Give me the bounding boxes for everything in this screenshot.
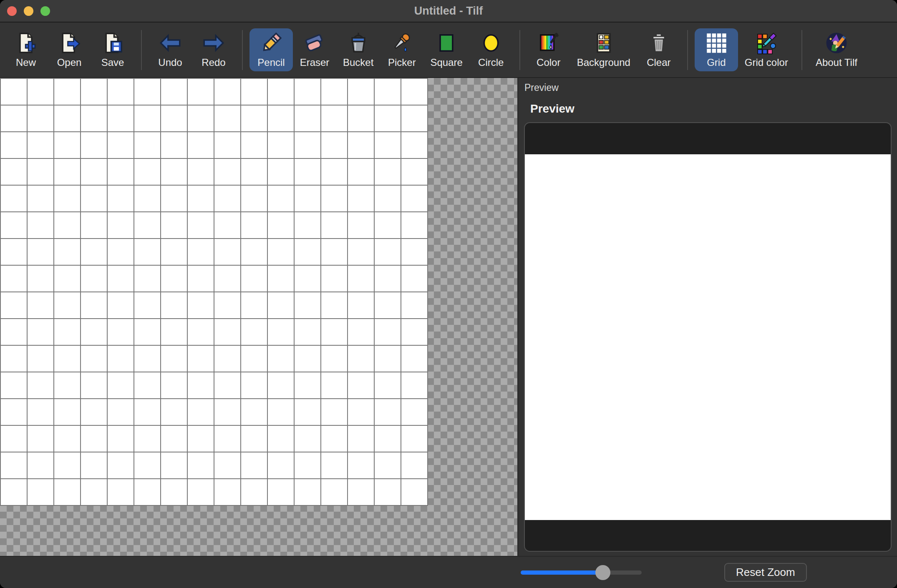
app-window: Untitled - Tilf New — [0, 0, 897, 588]
zoom-slider-handle[interactable] — [595, 565, 610, 580]
tools-group: Pencil Eraser — [249, 28, 513, 71]
save-button-label: Save — [101, 57, 124, 68]
about-tilf-button[interactable]: About Tilf — [809, 28, 864, 71]
toolbar-separator — [141, 30, 142, 70]
background-palette-icon — [592, 31, 615, 55]
title-bar: Untitled - Tilf — [0, 0, 897, 23]
redo-button[interactable]: Redo — [192, 28, 235, 71]
clear-button-label: Clear — [647, 57, 670, 68]
open-button[interactable]: Open — [48, 28, 91, 71]
pencil-tool-label: Pencil — [257, 57, 285, 68]
grid-toggle-label: Grid — [707, 57, 726, 68]
save-icon — [101, 31, 124, 55]
grid-color-icon — [755, 31, 778, 55]
square-icon — [435, 31, 458, 55]
about-group: About Tilf — [809, 28, 864, 71]
bottom-bar: Reset Zoom — [0, 556, 897, 588]
preview-heading: Preview — [530, 102, 897, 116]
color-button[interactable]: Color — [527, 28, 570, 71]
eraser-tool-button[interactable]: Eraser — [293, 28, 336, 71]
toolbar: New Open — [0, 23, 897, 78]
picker-tool-label: Picker — [388, 57, 416, 68]
trash-icon — [647, 31, 670, 55]
pencil-tool-button[interactable]: Pencil — [249, 28, 293, 71]
eraser-tool-label: Eraser — [300, 57, 330, 68]
color-group: Color Background — [527, 28, 680, 71]
circle-tool-button[interactable]: Circle — [469, 28, 513, 71]
undo-button[interactable]: Undo — [149, 28, 192, 71]
picker-tool-button[interactable]: Picker — [380, 28, 423, 71]
file-group: New Open — [4, 28, 134, 71]
about-tilf-icon — [825, 31, 848, 55]
bucket-tool-button[interactable]: Bucket — [336, 28, 380, 71]
eyedropper-icon — [390, 31, 413, 55]
undo-button-label: Undo — [158, 57, 182, 68]
open-button-label: Open — [57, 57, 82, 68]
background-button-label: Background — [577, 57, 630, 68]
clear-button[interactable]: Clear — [637, 28, 680, 71]
about-tilf-label: About Tilf — [816, 57, 857, 68]
new-document-icon — [14, 31, 38, 55]
pencil-icon — [260, 31, 283, 55]
grid-toggle-button[interactable]: Grid — [695, 28, 738, 71]
toolbar-separator — [687, 30, 688, 70]
preview-panel: Preview Preview — [517, 78, 897, 556]
new-button-label: New — [16, 57, 36, 68]
preview-box — [524, 122, 892, 552]
toolbar-separator — [519, 30, 520, 70]
redo-arrow-icon — [202, 31, 225, 55]
bucket-tool-label: Bucket — [343, 57, 373, 68]
color-swatch-icon — [537, 31, 560, 55]
background-button[interactable]: Background — [570, 28, 637, 71]
toolbar-separator — [242, 30, 243, 70]
eraser-icon — [303, 31, 326, 55]
save-button[interactable]: Save — [91, 28, 134, 71]
window-title: Untitled - Tilf — [0, 5, 897, 18]
grid-color-label: Grid color — [745, 57, 788, 68]
undo-arrow-icon — [159, 31, 182, 55]
open-document-icon — [58, 31, 81, 55]
reset-zoom-button[interactable]: Reset Zoom — [724, 563, 807, 582]
grid-icon — [705, 31, 728, 55]
redo-button-label: Redo — [202, 57, 225, 68]
circle-tool-label: Circle — [478, 57, 504, 68]
zoom-slider-fill — [521, 570, 603, 575]
grid-group: Grid — [695, 28, 795, 71]
color-button-label: Color — [537, 57, 560, 68]
square-tool-button[interactable]: Square — [423, 28, 469, 71]
bucket-icon — [347, 31, 370, 55]
zoom-slider[interactable] — [521, 565, 642, 580]
new-button[interactable]: New — [4, 28, 48, 71]
preview-dock-title: Preview — [519, 78, 897, 97]
history-group: Undo Redo — [149, 28, 235, 71]
main-area: Preview Preview — [0, 78, 897, 556]
canvas-viewport[interactable] — [0, 78, 517, 556]
circle-icon — [479, 31, 503, 55]
grid-color-button[interactable]: Grid color — [738, 28, 795, 71]
preview-image — [525, 154, 891, 520]
pixel-art-canvas[interactable] — [0, 78, 428, 506]
toolbar-separator — [801, 30, 802, 70]
square-tool-label: Square — [430, 57, 462, 68]
